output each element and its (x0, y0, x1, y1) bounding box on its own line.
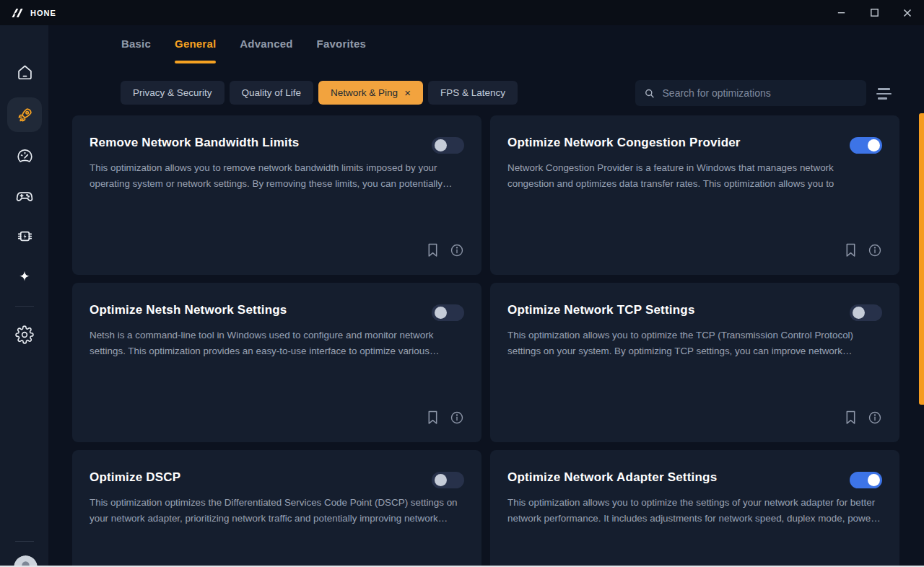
search-box (635, 80, 866, 106)
bookmark-icon (845, 243, 857, 258)
search-icon (644, 87, 655, 100)
close-button[interactable] (891, 0, 924, 25)
card-actions (427, 410, 464, 425)
minimize-icon (836, 7, 847, 18)
card-title: Optimize Network Adapter Settings (507, 470, 840, 485)
bookmark-button[interactable] (427, 410, 439, 425)
chip-network-ping[interactable]: Network & Ping × (318, 81, 423, 105)
toggle-switch[interactable] (850, 472, 882, 488)
info-icon (450, 243, 464, 258)
sidebar-item-home[interactable] (7, 55, 42, 89)
card-title: Optimize DSCP (90, 470, 422, 485)
info-button[interactable] (868, 410, 882, 425)
chip-label: FPS & Latency (440, 81, 505, 105)
tab-general[interactable]: General (175, 38, 216, 63)
window-controls (824, 0, 924, 25)
info-icon (450, 410, 464, 425)
info-button[interactable] (450, 243, 464, 258)
card-title: Optimize Netsh Network Settings (90, 303, 422, 317)
chip-label: Privacy & Security (133, 81, 212, 105)
filter-bar: Privacy & Security Quality of Life Netwo… (121, 81, 518, 105)
toggle-switch[interactable] (850, 137, 882, 154)
bookmark-button[interactable] (845, 410, 857, 425)
minimize-button[interactable] (824, 0, 858, 25)
chip-label: Quality of Life (242, 81, 302, 105)
info-icon (868, 243, 882, 258)
card-description: Netsh is a command-line tool in Windows … (90, 328, 464, 359)
sidebar (0, 25, 48, 567)
bookmark-icon (427, 410, 439, 425)
card-optimize-dscp: Optimize DSCP This optimization optimize… (72, 450, 481, 567)
sidebar-divider (15, 306, 34, 307)
card-description: This optimization optimizes the Differen… (90, 495, 464, 526)
app-logo: HONE (11, 7, 56, 19)
sort-button[interactable] (876, 85, 897, 102)
bookmark-icon (845, 410, 857, 425)
home-icon (15, 63, 35, 82)
chip-fps-latency[interactable]: FPS & Latency (428, 81, 518, 105)
sidebar-item-gauge[interactable] (7, 139, 42, 173)
scrollbar-thumb[interactable] (919, 113, 924, 405)
card-optimize-network-tcp-settings: Optimize Network TCP Settings This optim… (490, 283, 899, 442)
hone-logo-icon (11, 7, 25, 19)
card-title: Optimize Network TCP Settings (507, 303, 840, 317)
toggle-switch[interactable] (432, 304, 464, 321)
card-description: This optimization allows you to optimize… (507, 328, 882, 359)
chip-privacy-security[interactable]: Privacy & Security (121, 81, 225, 105)
chip-label: Network & Ping (331, 81, 398, 105)
sidebar-divider-bottom (15, 541, 34, 542)
card-remove-network-bandwidth-limits: Remove Network Bandwidth Limits This opt… (72, 115, 481, 275)
app-title: HONE (30, 9, 56, 17)
info-icon (868, 410, 882, 425)
card-description: This optimization allows you to optimize… (507, 495, 882, 526)
search-input[interactable] (663, 87, 858, 99)
card-title: Optimize Network Congestion Provider (507, 136, 840, 150)
tab-bar: Basic General Advanced Favorites (121, 38, 366, 63)
toggle-switch[interactable] (850, 304, 882, 321)
info-button[interactable] (868, 243, 882, 258)
titlebar: HONE (0, 0, 924, 25)
sidebar-item-chip[interactable] (7, 219, 42, 253)
info-button[interactable] (450, 410, 464, 425)
sidebar-item-gamepad[interactable] (7, 178, 42, 213)
optimization-grid: Remove Network Bandwidth Limits This opt… (72, 115, 899, 567)
gauge-icon (15, 146, 35, 166)
card-actions (427, 243, 464, 258)
chip-quality-of-life[interactable]: Quality of Life (230, 81, 314, 105)
card-optimize-network-congestion-provider: Optimize Network Congestion Provider Net… (490, 115, 899, 275)
toggle-switch[interactable] (432, 137, 464, 154)
chip-close-icon[interactable]: × (404, 87, 411, 98)
rocket-icon (15, 105, 35, 125)
card-optimize-network-adapter-settings: Optimize Network Adapter Settings This o… (490, 450, 899, 567)
card-description: Network Congestion Provider is a feature… (507, 160, 882, 192)
card-description: This optimization allows you to remove n… (90, 160, 464, 191)
sidebar-item-gear[interactable] (7, 317, 42, 352)
gamepad-icon (14, 185, 35, 206)
sparkle-icon (15, 267, 34, 286)
maximize-button[interactable] (858, 0, 891, 25)
toggle-switch[interactable] (432, 472, 464, 488)
tab-favorites[interactable]: Favorites (317, 38, 367, 63)
card-title: Remove Network Bandwidth Limits (90, 136, 422, 150)
sidebar-item-sparkle[interactable] (7, 259, 42, 294)
sidebar-item-rocket[interactable] (7, 97, 42, 132)
close-icon (902, 7, 913, 19)
bookmark-button[interactable] (427, 243, 439, 258)
tab-advanced[interactable]: Advanced (240, 38, 292, 63)
sort-icon (878, 88, 890, 90)
gear-icon (15, 325, 34, 344)
chip-icon (15, 227, 35, 246)
tab-basic[interactable]: Basic (121, 38, 151, 63)
bookmark-icon (427, 243, 439, 258)
bookmark-button[interactable] (845, 243, 857, 258)
maximize-icon (869, 7, 880, 18)
card-actions (845, 243, 882, 258)
card-optimize-netsh-network-settings: Optimize Netsh Network Settings Netsh is… (72, 283, 481, 442)
card-actions (845, 410, 882, 425)
app-window: HONE (0, 0, 924, 567)
